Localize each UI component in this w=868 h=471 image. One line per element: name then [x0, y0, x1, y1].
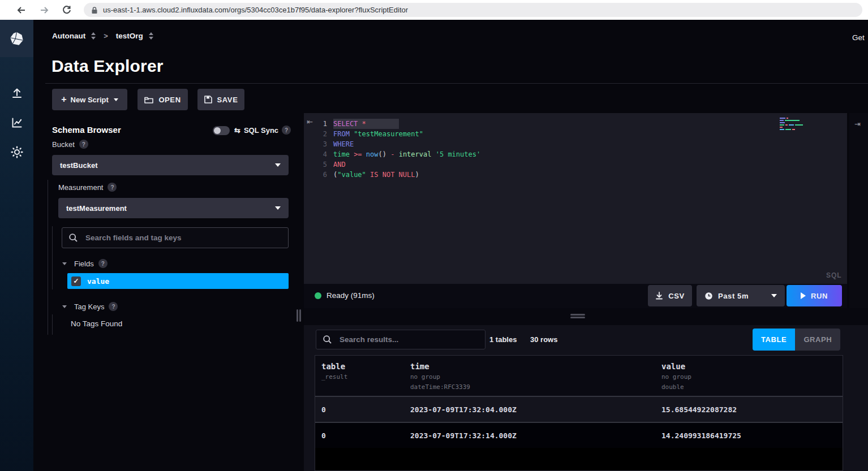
help-icon[interactable]: ?: [98, 259, 108, 268]
code-line[interactable]: 3WHERE: [304, 139, 847, 149]
folder-icon: [144, 96, 153, 103]
horizontal-drag-handle[interactable]: [570, 314, 585, 316]
results-table-header: table_resulttimeno groupdateTime:RFC3339…: [315, 356, 843, 396]
help-icon[interactable]: ?: [282, 126, 291, 135]
field-name: value: [87, 277, 109, 286]
upload-nav-icon[interactable]: [0, 79, 33, 108]
table-row: 02023-07-09T17:32:14.000Z14.240993186419…: [315, 422, 843, 448]
search-icon: [69, 234, 78, 242]
settings-nav-icon[interactable]: [0, 137, 33, 167]
code-line[interactable]: 4time >= now() - interval '5 minutes': [304, 149, 847, 159]
code-text: time >= now() - interval '5 minutes': [333, 149, 480, 159]
code-line[interactable]: 2FROM "testMeasurement": [304, 129, 847, 139]
column-meta: no group: [661, 373, 843, 381]
schema-search-input[interactable]: [84, 233, 281, 243]
play-icon: [801, 292, 806, 299]
suborg-switcher[interactable]: testOrg: [116, 32, 153, 40]
code-line[interactable]: 1SELECT *: [304, 119, 847, 129]
tree-guide: [52, 314, 53, 335]
run-label: RUN: [811, 292, 828, 300]
sql-editor[interactable]: ⇤ 1SELECT *2FROM "testMeasurement"3WHERE…: [304, 113, 847, 284]
check-icon: ✓: [73, 277, 79, 285]
vertical-drag-handle[interactable]: [299, 309, 301, 322]
screen: us-east-1-1.aws.cloud2.influxdata.com/or…: [0, 0, 868, 471]
lock-icon: [91, 6, 98, 14]
run-button[interactable]: RUN: [787, 285, 842, 306]
help-icon[interactable]: ?: [109, 302, 118, 311]
caret-sort-icon: [91, 32, 96, 40]
table-cell: 2023-07-09T17:32:14.000Z: [404, 431, 655, 440]
horizontal-splitter[interactable]: [304, 308, 868, 325]
field-checkbox[interactable]: ✓: [71, 276, 81, 286]
tag-keys-section-header[interactable]: Tag Keys ?: [62, 302, 118, 311]
org-switcher[interactable]: Autonaut: [52, 32, 96, 40]
url-bar[interactable]: us-east-1-1.aws.cloud2.influxdata.com/or…: [84, 3, 862, 17]
language-badge: SQL: [826, 271, 842, 279]
chevron-down-icon: [771, 294, 777, 297]
new-script-button[interactable]: + New Script: [52, 89, 127, 110]
chevron-right-icon: >: [104, 32, 108, 40]
code-text: FROM "testMeasurement": [333, 129, 423, 139]
back-icon[interactable]: [16, 5, 27, 16]
schema-search: [62, 227, 289, 248]
tree-guide: [52, 226, 53, 289]
column-meta: double: [661, 383, 843, 391]
search-icon: [323, 335, 332, 344]
fields-section-header[interactable]: Fields ?: [62, 259, 108, 268]
save-button[interactable]: SAVE: [197, 89, 244, 110]
results-table: table_resulttimeno groupdateTime:RFC3339…: [315, 355, 843, 471]
editor-minimap[interactable]: [780, 118, 806, 131]
results-search-input[interactable]: [338, 335, 478, 344]
tab-table[interactable]: TABLE: [753, 329, 795, 351]
open-button[interactable]: OPEN: [137, 89, 188, 110]
bucket-select[interactable]: testBucket: [52, 155, 289, 175]
fields-label-row: Fields ?: [74, 259, 108, 268]
sql-sync-label-row: ⇆ SQL Sync ?: [234, 126, 291, 135]
help-nav-icon[interactable]: ?: [0, 463, 33, 471]
schema-browser-title: Schema Browser: [52, 125, 121, 135]
line-number: 2: [304, 129, 327, 139]
time-range-dropdown[interactable]: Past 5m: [697, 285, 785, 306]
collapse-right-icon[interactable]: ⇥: [854, 120, 861, 128]
org-name: Autonaut: [52, 32, 85, 40]
help-icon[interactable]: ?: [108, 183, 117, 192]
no-tags-text: No Tags Found: [71, 319, 122, 328]
line-number: 6: [304, 170, 327, 180]
rows-count: 30 rows: [530, 335, 557, 344]
time-range-label: Past 5m: [718, 292, 749, 300]
code-line[interactable]: 5AND: [304, 159, 847, 170]
chevron-down-icon: [275, 163, 281, 167]
line-number: 4: [304, 149, 327, 159]
csv-label: CSV: [668, 292, 685, 300]
measurement-select[interactable]: testMeasurement: [58, 198, 289, 218]
column-header-value: valueno groupdouble: [655, 356, 843, 396]
line-number: 5: [304, 159, 327, 170]
line-number: 1: [304, 119, 327, 129]
sql-sync-toggle[interactable]: [213, 126, 230, 135]
tab-graph[interactable]: GRAPH: [795, 329, 840, 351]
plus-icon: +: [61, 94, 66, 105]
table-row: 02023-07-09T17:32:04.000Z15.685449220872…: [315, 396, 843, 422]
bucket-label: Bucket: [52, 140, 75, 149]
status-dot: [315, 292, 321, 299]
column-meta: no group: [410, 373, 655, 381]
toggle-knob: [214, 127, 221, 134]
tag-keys-label-row: Tag Keys ?: [74, 302, 118, 311]
code-line[interactable]: 6("value" IS NOT NULL): [304, 170, 847, 180]
column-meta: _result: [321, 373, 404, 381]
csv-button[interactable]: CSV: [648, 285, 692, 306]
influxdb-logo[interactable]: [0, 20, 33, 57]
get-credit-link[interactable]: Get: [852, 33, 865, 42]
code-lines[interactable]: 1SELECT *2FROM "testMeasurement"3WHERE4t…: [304, 119, 847, 180]
help-icon[interactable]: ?: [79, 140, 88, 149]
horizontal-drag-handle[interactable]: [570, 317, 585, 318]
save-icon: [204, 96, 212, 103]
refresh-icon[interactable]: [61, 5, 72, 16]
data-explorer-nav-icon[interactable]: [0, 108, 33, 137]
code-text: SELECT *: [333, 119, 399, 129]
vertical-drag-handle[interactable]: [297, 309, 298, 322]
sql-sync-label: SQL Sync: [244, 126, 278, 135]
table-cell: 14.240993186419725: [655, 431, 843, 440]
forward-icon[interactable]: [38, 5, 50, 16]
field-item-value[interactable]: ✓ value: [67, 273, 289, 289]
